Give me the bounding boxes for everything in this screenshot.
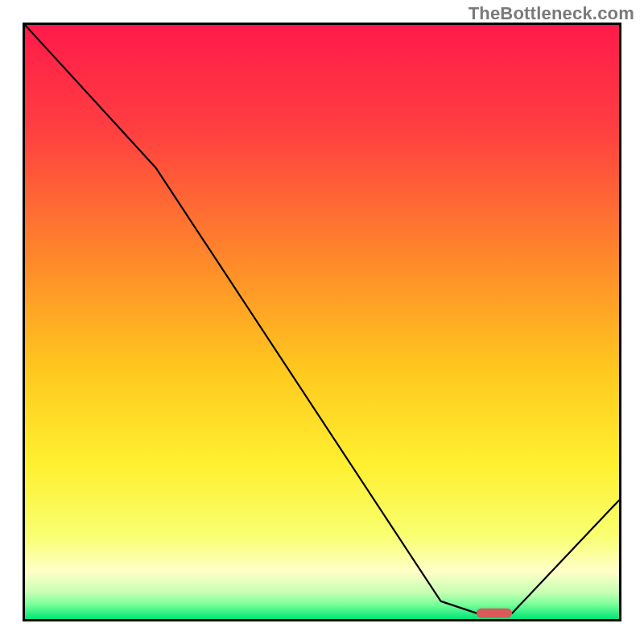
chart-svg — [25, 25, 619, 619]
chart-frame: TheBottleneck.com — [0, 0, 644, 644]
background-rect — [25, 25, 619, 619]
plot-area — [23, 23, 621, 621]
watermark-text: TheBottleneck.com — [469, 3, 634, 24]
optimum-marker — [477, 609, 512, 618]
